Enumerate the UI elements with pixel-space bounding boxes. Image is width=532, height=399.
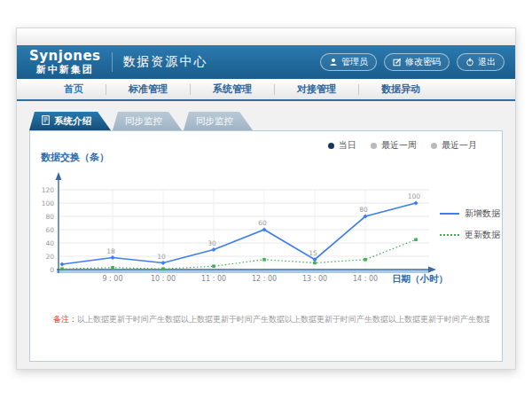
svg-text:10: 10 [157, 253, 166, 261]
svg-text:80: 80 [45, 213, 54, 221]
chart-legend: 新增数据 更新数据 [440, 207, 500, 250]
legend-label: 更新数据 [465, 229, 500, 241]
logout-button-label: 退出 [478, 56, 496, 68]
svg-text:9 : 00: 9 : 00 [102, 275, 122, 283]
legend-line-sample [440, 234, 459, 236]
svg-text:30: 30 [207, 239, 216, 247]
top-strip [17, 28, 515, 45]
x-axis-title: 日期（小时） [392, 273, 448, 286]
svg-text:11 : 00: 11 : 00 [201, 275, 226, 283]
svg-text:10 : 00: 10 : 00 [151, 275, 176, 283]
footnote: 备注：以上数据更新于时间产生数据以上数据更新于时间产生数据以上数据更新于时间产生… [53, 314, 489, 325]
svg-text:60: 60 [45, 226, 54, 234]
main-nav: 首页 标准管理 系统管理 对接管理 数据异动 [17, 79, 515, 101]
tab-label: 同步监控 [196, 115, 233, 128]
svg-text:13 : 00: 13 : 00 [302, 275, 327, 283]
chart-panel: 当日 最近一周 最近一月 数据交换（条） 0204060801001209 : … [29, 130, 503, 362]
legend-line-sample [440, 213, 459, 215]
range-option-label: 最近一月 [442, 139, 477, 152]
radio-dot-icon [371, 143, 377, 149]
svg-text:18: 18 [106, 247, 115, 255]
tab-sync-monitor-2[interactable]: 同步监控 [184, 112, 253, 130]
svg-text:100: 100 [408, 192, 421, 200]
user-icon [329, 58, 338, 66]
document-icon [42, 115, 50, 127]
legend-item-new-data[interactable]: 新增数据 [440, 207, 500, 220]
tab-label: 同步监控 [125, 115, 162, 128]
change-password-button[interactable]: 修改密码 [384, 53, 450, 71]
app-header: Synjones 新中新集团 数据资源中心 管理员 修改密码 [17, 45, 515, 79]
svg-text:0: 0 [50, 266, 54, 274]
svg-text:40: 40 [45, 239, 54, 247]
nav-item-home[interactable]: 首页 [42, 82, 106, 96]
logo-subtext: 新中新集团 [29, 65, 101, 74]
legend-label: 新增数据 [465, 207, 500, 220]
page-frame: Synjones 新中新集团 数据资源中心 管理员 修改密码 [16, 27, 516, 370]
radio-dot-icon [328, 143, 334, 149]
page-title: 数据资源中心 [123, 54, 208, 70]
header-divider [112, 52, 113, 72]
user-button-label: 管理员 [341, 56, 368, 68]
nav-item-integration[interactable]: 对接管理 [275, 82, 358, 96]
tab-label: 系统介绍 [54, 115, 91, 128]
legend-item-updated-data[interactable]: 更新数据 [440, 229, 500, 241]
footnote-prefix: 备注： [53, 315, 77, 324]
svg-text:80: 80 [359, 206, 368, 214]
range-option-last-week[interactable]: 最近一周 [371, 139, 417, 152]
power-icon [466, 58, 474, 66]
nav-item-standards[interactable]: 标准管理 [106, 82, 190, 96]
svg-text:12 : 00: 12 : 00 [252, 275, 277, 283]
tab-bar: 系统介绍 同步监控 同步监控 [29, 112, 254, 130]
tab-sync-monitor-1[interactable]: 同步监控 [113, 112, 182, 130]
line-chart: 0204060801001209 : 0010 : 0011 : 0012 : … [35, 165, 452, 289]
y-axis-title: 数据交换（条） [41, 151, 109, 164]
edit-icon [393, 58, 402, 66]
logout-button[interactable]: 退出 [457, 53, 505, 71]
content-area: 系统介绍 同步监控 同步监控 当日 最近一周 [17, 101, 515, 369]
logo[interactable]: Synjones 新中新集团 [29, 50, 101, 74]
svg-text:15: 15 [309, 249, 317, 257]
range-option-label: 当日 [339, 139, 356, 152]
nav-item-data-change[interactable]: 数据异动 [359, 82, 442, 96]
header-actions: 管理员 修改密码 退出 [320, 53, 505, 71]
footnote-text: 以上数据更新于时间产生数据以上数据更新于时间产生数据以上数据更新于时间产生数据以… [77, 315, 489, 324]
svg-text:100: 100 [42, 200, 55, 207]
svg-text:60: 60 [258, 219, 267, 227]
svg-text:14 : 00: 14 : 00 [353, 275, 378, 283]
logo-text: Synjones [29, 50, 101, 63]
svg-text:20: 20 [45, 253, 54, 261]
user-button[interactable]: 管理员 [320, 53, 377, 71]
svg-text:120: 120 [42, 186, 55, 194]
range-option-label: 最近一周 [381, 139, 417, 152]
nav-item-system[interactable]: 系统管理 [191, 82, 274, 96]
tab-system-intro[interactable]: 系统介绍 [29, 112, 111, 130]
change-password-button-label: 修改密码 [405, 56, 441, 68]
range-option-last-month[interactable]: 最近一月 [431, 139, 477, 152]
range-option-today[interactable]: 当日 [328, 139, 356, 152]
radio-dot-icon [431, 143, 437, 149]
range-filter: 当日 最近一周 最近一月 [328, 139, 477, 152]
